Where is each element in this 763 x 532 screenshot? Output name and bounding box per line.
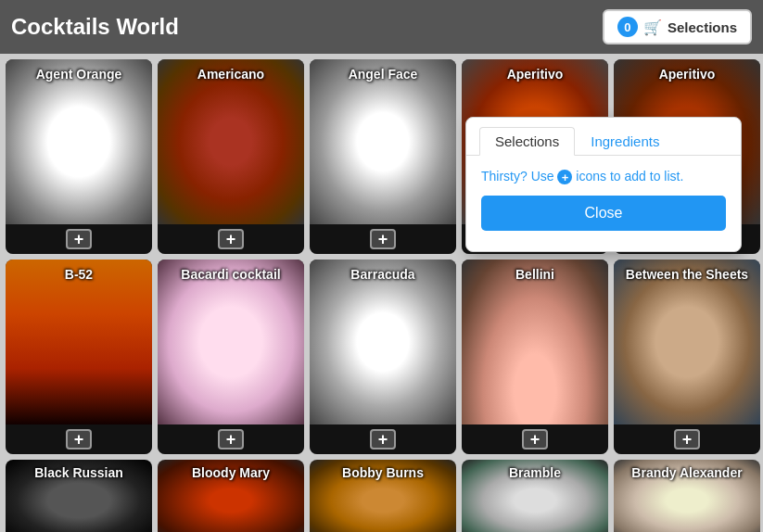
add-icon[interactable]: + (674, 429, 700, 450)
card-name: Bloody Mary (158, 465, 304, 480)
add-icon[interactable]: + (522, 429, 548, 450)
add-button[interactable]: + (6, 224, 152, 254)
tab-ingredients[interactable]: Ingredients (575, 127, 675, 155)
card-bellini[interactable]: Bellini + (462, 260, 608, 454)
card-name: Aperitivo (614, 65, 760, 83)
add-button[interactable]: + (6, 424, 152, 454)
card-agent-orange[interactable]: Agent Orange + (6, 59, 152, 254)
card-name: Black Russian (6, 465, 152, 480)
basket-icon: 🛒 (643, 19, 662, 36)
add-button[interactable]: + (614, 424, 760, 454)
add-button[interactable]: + (462, 424, 608, 454)
card-name: Brandy Alexander (614, 465, 760, 480)
popup-body: Thirsty? Use + icons to add to list. Clo… (466, 156, 741, 238)
card-angel-face[interactable]: Angel Face + (310, 59, 456, 254)
card-name: Bobby Burns (310, 465, 456, 480)
add-button[interactable]: + (158, 424, 304, 454)
tab-selections[interactable]: Selections (479, 127, 575, 156)
card-americano[interactable]: Americano + (158, 59, 304, 254)
card-name: Bacardi cocktail (158, 265, 304, 284)
card-name: Bellini (462, 265, 608, 284)
add-icon[interactable]: + (218, 229, 244, 249)
app-title: Cocktails World (11, 14, 179, 40)
card-name: Americano (158, 65, 304, 83)
plus-icon: + (557, 170, 572, 184)
add-icon[interactable]: + (218, 429, 244, 450)
add-button[interactable]: + (310, 224, 456, 254)
selections-badge: 0 (617, 17, 638, 37)
selections-label: Selections (668, 19, 737, 35)
card-black-russian[interactable]: Black Russian (6, 460, 152, 532)
card-barracuda[interactable]: Barracuda + (310, 260, 456, 454)
selections-popup: Selections Ingredients Thirsty? Use + ic… (465, 117, 742, 252)
card-bramble[interactable]: Bramble (462, 460, 608, 532)
popup-hint: Thirsty? Use + icons to add to list. (481, 169, 726, 184)
add-button[interactable]: + (310, 424, 456, 454)
card-name: Barracuda (310, 265, 456, 284)
add-button[interactable]: + (158, 224, 304, 254)
popup-tabs: Selections Ingredients (466, 118, 741, 156)
card-name: Agent Orange (6, 65, 152, 83)
card-bobby-burns[interactable]: Bobby Burns (310, 460, 456, 532)
card-between-sheets[interactable]: Between the Sheets + (614, 260, 760, 454)
add-icon[interactable]: + (66, 229, 92, 249)
selections-button[interactable]: 0 🛒 Selections (603, 9, 752, 44)
card-name: Between the Sheets (614, 265, 760, 284)
card-name: Aperitivo (462, 65, 608, 83)
card-bacardi[interactable]: Bacardi cocktail + (158, 260, 304, 454)
card-b52[interactable]: B-52 + (6, 260, 152, 454)
card-name: Bramble (462, 465, 608, 480)
add-icon[interactable]: + (370, 429, 396, 450)
card-name: Angel Face (310, 65, 456, 83)
add-icon[interactable]: + (370, 229, 396, 249)
card-name: B-52 (6, 265, 152, 284)
card-brandy-alexander[interactable]: Brandy Alexander (614, 460, 760, 532)
add-icon[interactable]: + (66, 429, 92, 450)
card-bloody-mary[interactable]: Bloody Mary (158, 460, 304, 532)
header: Cocktails World 0 🛒 Selections (0, 0, 763, 54)
close-button[interactable]: Close (481, 196, 726, 231)
